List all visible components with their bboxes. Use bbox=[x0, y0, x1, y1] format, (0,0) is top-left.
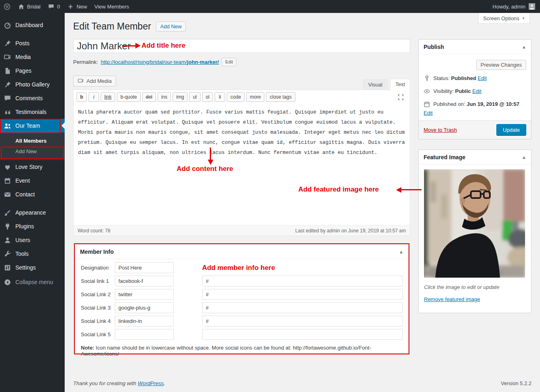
wordpress-link[interactable]: WordPress bbox=[138, 380, 164, 386]
qt-blockquote-button[interactable]: b-quote bbox=[117, 92, 141, 102]
field-label: Social Link 4 bbox=[81, 318, 115, 324]
sidebar-item-love-story[interactable]: Love Story bbox=[0, 160, 65, 174]
calendar-icon bbox=[4, 177, 11, 185]
social-url-5-input[interactable] bbox=[202, 329, 403, 340]
view-members-link[interactable]: View Members bbox=[91, 0, 133, 13]
sidebar-item-our-team[interactable]: Our Team bbox=[0, 119, 65, 133]
collapse-toggle-icon[interactable]: ▲ bbox=[399, 249, 403, 254]
sidebar-item-label: Users bbox=[15, 237, 30, 243]
qt-ol-button[interactable]: ol bbox=[202, 92, 213, 102]
remove-featured-image-link[interactable]: Remove featured image bbox=[424, 296, 480, 302]
designation-input[interactable] bbox=[115, 262, 174, 273]
post-content-textarea[interactable]: Nulla pharetra auctor quam sed porttitor… bbox=[74, 104, 410, 225]
sidebar-item-plugins[interactable]: Plugins bbox=[0, 219, 65, 233]
sidebar-item-settings[interactable]: Settings bbox=[0, 261, 65, 274]
social-url-3-input[interactable] bbox=[202, 302, 403, 313]
preview-row: Preview Changes bbox=[424, 57, 526, 72]
qt-li-button[interactable]: li bbox=[215, 92, 225, 102]
sidebar-item-photo-gallery[interactable]: Photo Gallery bbox=[0, 78, 65, 91]
key-icon bbox=[424, 75, 430, 82]
add-new-button[interactable]: Add New bbox=[156, 21, 186, 32]
double-quote-icon bbox=[4, 108, 11, 116]
social-url-1-input[interactable] bbox=[202, 276, 403, 287]
sidebar-item-dashboard[interactable]: Dashboard bbox=[0, 18, 65, 32]
footer-version: Version 5.2.2 bbox=[501, 380, 532, 386]
wrench-icon bbox=[4, 250, 11, 258]
qt-close-tags-button[interactable]: close tags bbox=[266, 92, 295, 102]
sidebar-item-label: Photo Gallery bbox=[15, 81, 50, 88]
sidebar-item-media[interactable]: Media bbox=[0, 50, 65, 64]
editor-status-bar: Word count: 78 Last edited by admin on J… bbox=[74, 225, 410, 236]
social-name-3-input[interactable] bbox=[115, 302, 174, 313]
page-heading-row: Edit Team Member Add New bbox=[73, 20, 186, 32]
move-to-trash-link[interactable]: Move to Trash bbox=[424, 127, 457, 133]
qt-ins-button[interactable]: ins bbox=[158, 92, 171, 102]
social-link-2-row: Social Link 2 bbox=[81, 288, 403, 301]
social-url-4-input[interactable] bbox=[202, 316, 403, 327]
member-info-header: Member Info ▲ bbox=[75, 244, 408, 259]
new-label: New bbox=[76, 4, 87, 10]
fullscreen-icon[interactable] bbox=[397, 93, 405, 101]
collapse-menu-button[interactable]: Collapse menu bbox=[0, 275, 65, 289]
note-prefix: Note: bbox=[81, 345, 94, 351]
featured-image-body: Click the image to edit or update Remove… bbox=[419, 164, 531, 307]
update-button[interactable]: Update bbox=[496, 124, 526, 136]
tab-visual[interactable]: Visual bbox=[363, 79, 388, 90]
qt-more-button[interactable]: more bbox=[246, 92, 264, 102]
qt-bold-button[interactable]: b bbox=[76, 92, 87, 102]
tab-text[interactable]: Text bbox=[390, 79, 410, 90]
qt-link-button[interactable]: link bbox=[101, 92, 115, 102]
sidebar-item-comments[interactable]: Comments bbox=[0, 91, 65, 105]
qt-code-button[interactable]: code bbox=[227, 92, 245, 102]
pushpin-icon bbox=[4, 81, 11, 89]
qt-del-button[interactable]: del bbox=[142, 92, 156, 102]
submenu-item-add-new[interactable]: Add New bbox=[0, 146, 65, 157]
footer-thanks-prefix: Thank you for creating with bbox=[73, 380, 138, 386]
social-name-5-input[interactable] bbox=[115, 329, 174, 340]
comments-menu[interactable]: 0 bbox=[44, 0, 63, 13]
my-account-menu[interactable]: Howdy, admin bbox=[493, 3, 540, 10]
edit-published-link[interactable]: Edit bbox=[424, 110, 432, 116]
wordpress-logo-menu[interactable]: W bbox=[0, 0, 14, 13]
qt-italic-button[interactable]: i bbox=[89, 92, 99, 102]
qt-ul-button[interactable]: ul bbox=[189, 92, 200, 102]
status-row: Status: Published Edit bbox=[424, 75, 526, 82]
edit-status-link[interactable]: Edit bbox=[478, 75, 487, 81]
social-name-2-input[interactable] bbox=[115, 289, 174, 300]
sidebar-item-appearance[interactable]: Appearance bbox=[0, 206, 65, 219]
annotation-member-info: Add member info here bbox=[202, 264, 275, 272]
collapse-toggle-icon[interactable]: ▲ bbox=[522, 44, 526, 49]
sidebar-item-testimonials[interactable]: Testimonials bbox=[0, 105, 65, 119]
sidebar-item-users[interactable]: Users bbox=[0, 233, 65, 247]
edit-visibility-link[interactable]: Edit bbox=[472, 88, 481, 94]
sidebar-item-tools[interactable]: Tools bbox=[0, 247, 65, 261]
publish-header: Publish ▲ bbox=[419, 40, 531, 54]
sidebar-item-posts[interactable]: Posts bbox=[0, 36, 65, 50]
preview-changes-button[interactable]: Preview Changes bbox=[476, 60, 526, 70]
edit-permalink-button[interactable]: Edit bbox=[221, 58, 236, 66]
collapse-toggle-icon[interactable]: ▲ bbox=[522, 155, 526, 160]
new-content-menu[interactable]: New bbox=[63, 0, 91, 13]
social-name-1-input[interactable] bbox=[115, 276, 174, 287]
permalink-link[interactable]: http://localhost/rising/bridal/our-team/… bbox=[101, 59, 219, 65]
admin-bar: W Bridal 0 New View Members Howdy, admin bbox=[0, 0, 540, 13]
social-name-4-input[interactable] bbox=[115, 316, 174, 327]
featured-image[interactable] bbox=[424, 169, 525, 278]
sidebar-item-label: Event bbox=[15, 177, 30, 184]
metabox-title: Featured Image bbox=[424, 154, 465, 160]
sidebar-item-event[interactable]: Event bbox=[0, 174, 65, 188]
sidebar-item-pages[interactable]: Pages bbox=[0, 64, 65, 78]
sidebar-item-label: Tools bbox=[15, 251, 29, 257]
social-url-2-input[interactable] bbox=[202, 289, 403, 300]
sidebar-item-contact[interactable]: Contact bbox=[0, 188, 65, 201]
wordpress-logo-icon: W bbox=[4, 3, 11, 10]
submenu-item-all-members[interactable]: All Members bbox=[0, 136, 65, 146]
site-menu[interactable]: Bridal bbox=[14, 0, 44, 13]
sidebar-item-label: Our Team bbox=[15, 122, 40, 129]
eye-icon bbox=[424, 88, 430, 95]
post-title-input[interactable] bbox=[73, 39, 410, 53]
visibility-text: Visibility: Public Edit bbox=[433, 88, 481, 94]
add-media-button[interactable]: Add Media bbox=[73, 76, 116, 86]
qt-img-button[interactable]: img bbox=[173, 92, 188, 102]
screen-options-tab[interactable]: Screen Options ▼ bbox=[478, 13, 530, 24]
